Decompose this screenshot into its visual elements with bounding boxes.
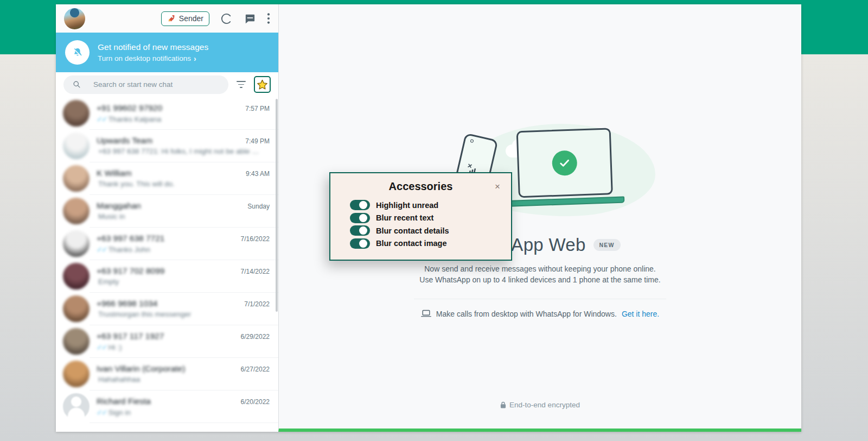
accessories-star-button[interactable] (254, 76, 271, 93)
filter-chats-button[interactable] (234, 78, 248, 91)
chat-list-item[interactable]: K William 9:43 AM Thank you. This will d… (56, 162, 278, 194)
contact-name: Upwards Team (97, 136, 152, 146)
get-it-here-link[interactable]: Get it here. (622, 310, 659, 318)
contact-avatar (63, 133, 90, 159)
modal-title: Accessories (330, 180, 511, 193)
banner-subtitle: Turn on desktop notifications › (98, 54, 208, 63)
contact-name: +91 99602 97920 (97, 103, 162, 113)
toggle-switch[interactable] (350, 200, 370, 210)
chevron-right-icon: › (194, 54, 196, 63)
menu-button[interactable] (267, 12, 270, 24)
status-button[interactable] (220, 12, 233, 25)
chat-preview: ✓✓Thanks Kalpana (97, 115, 259, 123)
banner-title: Get notified of new messages (98, 42, 208, 52)
chat-preview: Music in (97, 212, 259, 220)
search-input[interactable]: Search or start new chat (63, 75, 228, 94)
chat-list-item[interactable]: +91 99602 97920 7:57 PM ✓✓Thanks Kalpana (56, 97, 278, 129)
laptop-screen (516, 128, 612, 198)
calls-text: Make calls from desktop with WhatsApp fo… (436, 310, 617, 318)
chat-list: +91 99602 97920 7:57 PM ✓✓Thanks Kalpana… (56, 97, 278, 432)
contact-name: Manggahan (97, 201, 141, 211)
contact-avatar (63, 393, 90, 420)
sidebar-header: Sender (56, 4, 278, 33)
toggle-switch[interactable] (350, 225, 370, 236)
row-divider (90, 423, 278, 423)
chat-preview: Hahahahhaa (97, 375, 259, 383)
encryption-footer: End-to-end encrypted (279, 401, 801, 409)
toggle-knob (359, 240, 367, 248)
laptop-icon (421, 310, 431, 318)
contact-avatar (63, 100, 90, 127)
profile-avatar[interactable] (64, 8, 85, 29)
chat-preview: +63 997 638 7721: Hi folks, I might not … (97, 147, 259, 155)
chat-timestamp: 7/1/2022 (244, 300, 270, 308)
filter-icon (237, 81, 246, 82)
chat-timestamp: 6/20/2022 (241, 398, 270, 406)
new-chat-button[interactable] (244, 12, 256, 25)
chat-preview: ✓✓Hi :) (97, 343, 259, 351)
search-icon (73, 80, 81, 89)
chat-list-item[interactable]: Ivan Villarin (Corporate) 6/27/2022 Haha… (56, 357, 278, 390)
bell-muted-icon (72, 47, 84, 59)
intro-description: Now send and receive messages without ke… (419, 264, 660, 286)
menu-icon (267, 12, 270, 24)
lock-icon (500, 401, 506, 408)
notifications-banner[interactable]: Get notified of new messages Turn on des… (56, 33, 278, 72)
toggle-knob (359, 226, 367, 235)
rocket-icon (167, 14, 176, 23)
bell-circle (65, 40, 90, 65)
contact-name: +63 917 702 8099 (97, 266, 164, 276)
contact-avatar (63, 295, 90, 322)
chat-timestamp: 6/29/2022 (241, 333, 270, 341)
chat-list-item[interactable]: Manggahan Sunday Music in (56, 194, 278, 227)
chat-timestamp: 7:57 PM (245, 105, 270, 112)
chat-timestamp: 7:49 PM (245, 137, 270, 145)
chat-preview: Trustmorgan this messenger (97, 310, 259, 318)
chat-preview: Empty (97, 278, 259, 286)
sender-extension-button[interactable]: Sender (161, 11, 209, 26)
read-ticks-icon: ✓✓ (97, 343, 107, 351)
close-icon[interactable]: × (495, 182, 500, 191)
header-actions: Sender (161, 11, 270, 26)
chat-preview: ✓✓Sign in (97, 408, 259, 417)
contact-avatar (63, 263, 90, 289)
star-icon (256, 79, 269, 91)
read-ticks-icon: ✓✓ (97, 408, 107, 417)
toggle-label: Blur recent text (376, 213, 433, 222)
chat-list-item[interactable]: Upwards Team 7:49 PM +63 997 638 7721: H… (56, 129, 278, 162)
new-badge: NEW (593, 239, 621, 251)
toggle-switch[interactable] (350, 213, 370, 223)
chat-timestamp: 9:43 AM (246, 170, 270, 178)
contact-name: Ivan Villarin (Corporate) (97, 364, 185, 374)
status-icon (220, 12, 233, 25)
contact-name: +966 9698 1034 (97, 299, 158, 308)
contact-name: K William (97, 168, 132, 178)
chat-list-item[interactable]: +966 9698 1034 7/1/2022 Trustmorgan this… (56, 292, 278, 325)
sidebar: Sender (56, 4, 278, 432)
contact-avatar (63, 165, 90, 192)
chat-list-item[interactable]: +63 917 117 1927 6/29/2022 ✓✓Hi :) (56, 325, 278, 357)
calls-row: Make calls from desktop with WhatsApp fo… (421, 310, 659, 318)
read-ticks-icon: ✓✓ (97, 245, 107, 254)
toggle-knob (359, 201, 367, 209)
toggle-list: Highlight unread Blur recent text Blur c… (350, 199, 511, 250)
chat-list-item[interactable]: +63 997 638 7721 7/16/2022 ✓✓Thanks John (56, 227, 278, 260)
chat-timestamp: 6/27/2022 (241, 366, 270, 373)
phone-camera-dot (470, 139, 474, 143)
contact-name: +63 997 638 7721 (97, 234, 164, 243)
chat-timestamp: Sunday (247, 203, 270, 210)
contact-avatar (63, 198, 90, 224)
toggle-label: Highlight unread (376, 201, 438, 210)
accessories-modal: × Accessories Highlight unread Blur rece… (329, 172, 512, 261)
read-ticks-icon: ✓✓ (97, 115, 107, 123)
chat-list-item[interactable]: Richard Fiesta 6/20/2022 ✓✓Sign in (56, 390, 278, 423)
chat-list-scrollbar[interactable] (276, 99, 278, 312)
search-placeholder: Search or start new chat (93, 80, 173, 89)
divider (414, 299, 666, 299)
laptop-illustration (516, 128, 622, 207)
contact-avatar (63, 328, 90, 355)
toggle-switch[interactable] (350, 238, 370, 249)
chat-preview: ✓✓Thanks John (97, 245, 259, 254)
chat-list-item[interactable]: +63 917 702 8099 7/14/2022 Empty (56, 260, 278, 292)
check-circle-icon (551, 150, 577, 176)
